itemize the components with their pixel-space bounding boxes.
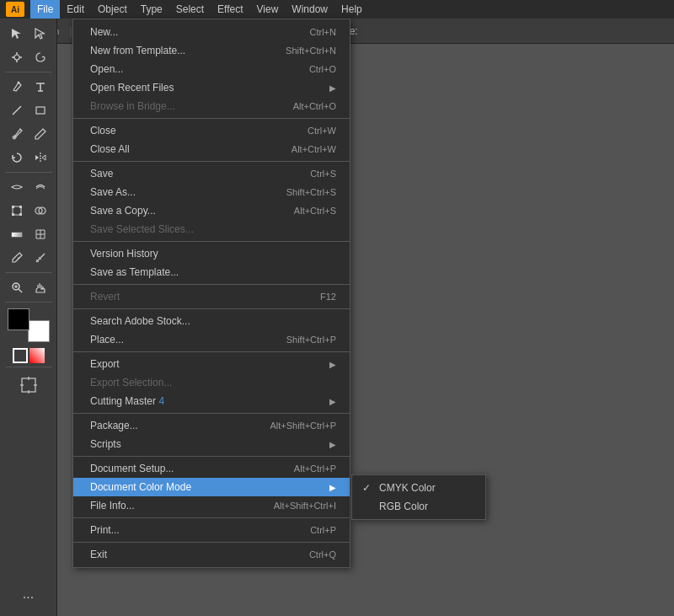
menu-item-save-slices: Save Selected Slices... [73,220,350,238]
menu-item-document-setup-label: Document Setup... [90,463,174,474]
menu-item-open[interactable]: Open... Ctrl+O [73,60,350,78]
menu-item-bridge: Browse in Bridge... Alt+Ctrl+O [73,97,350,115]
check-icon-rgb [362,501,374,512]
menu-item-revert-label: Revert [90,291,120,303]
menu-separator-2 [73,161,350,162]
menu-item-exit-label: Exit [90,549,107,560]
menu-item-file-info-label: File Info... [90,500,135,512]
menu-item-close-all[interactable]: Close All Alt+Ctrl+W [73,140,350,158]
menu-item-package[interactable]: Package... Alt+Shift+Ctrl+P [73,416,350,435]
submenu-item-rgb-label: RGB Color [379,501,428,512]
menu-item-save-slices-label: Save Selected Slices... [90,223,194,235]
menu-separator-4 [73,284,350,285]
check-icon-cmyk: ✓ [362,482,374,494]
menu-item-version-history[interactable]: Version History [73,244,350,263]
menu-item-cutting-master[interactable]: Cutting Master 4 ▶ [73,392,350,410]
menu-item-package-shortcut: Alt+Shift+Ctrl+P [270,420,336,431]
menu-item-cutting-master-label: Cutting Master 4 [90,395,164,407]
menu-item-export[interactable]: Export ▶ [73,355,350,373]
menu-item-new-label: New... [90,26,118,38]
menu-item-exit-shortcut: Ctrl+Q [309,549,336,560]
menu-separator-7 [73,413,350,414]
menu-item-version-history-label: Version History [90,248,158,260]
menu-separator-10 [73,542,350,543]
menu-item-new-template[interactable]: New from Template... Shift+Ctrl+N [73,41,350,60]
menu-item-exit[interactable]: Exit Ctrl+Q [73,545,350,564]
menu-separator-8 [73,456,350,457]
arrow-icon-scripts: ▶ [329,440,336,449]
arrow-icon-export: ▶ [329,360,336,369]
menu-item-adobe-stock[interactable]: Search Adobe Stock... [73,312,350,330]
menu-item-close-label: Close [90,125,116,137]
menu-separator-1 [73,118,350,119]
menu-item-new-template-label: New from Template... [90,45,185,56]
menu-item-new-shortcut: Ctrl+N [310,27,336,37]
menu-separator-6 [73,351,350,352]
menu-item-save-as-label: Save As... [90,186,136,198]
menu-item-save-copy-shortcut: Alt+Ctrl+S [294,206,336,216]
menu-item-file-info[interactable]: File Info... Alt+Shift+Ctrl+I [73,496,350,515]
menu-item-close-shortcut: Ctrl+W [308,126,336,136]
menu-item-place[interactable]: Place... Shift+Ctrl+P [73,330,350,349]
menu-item-print-label: Print... [90,524,120,536]
menu-item-open-shortcut: Ctrl+O [309,64,336,74]
menu-item-print[interactable]: Print... Ctrl+P [73,521,350,539]
arrow-icon-dcm: ▶ [329,483,336,492]
menu-item-revert: Revert F12 [73,287,350,306]
file-menu: New... Ctrl+N New from Template... Shift… [72,19,350,568]
menu-item-export-selection: Export Selection... [73,373,350,392]
submenu-item-rgb[interactable]: RGB Color [352,497,485,516]
menu-item-save-copy-label: Save a Copy... [90,205,156,217]
menu-item-save-shortcut: Ctrl+S [310,169,336,179]
menu-item-bridge-shortcut: Alt+Ctrl+O [293,101,336,111]
menu-item-dcm-label: Document Color Mode [90,481,191,493]
menu-item-save-template-label: Save as Template... [90,266,179,278]
menu-item-scripts-label: Scripts [90,438,121,450]
menu-item-close[interactable]: Close Ctrl+W [73,121,350,140]
dropdown-overlay: New... Ctrl+N New from Template... Shift… [0,0,674,616]
menu-item-export-label: Export [90,358,120,370]
menu-item-new-template-shortcut: Shift+Ctrl+N [286,46,336,56]
submenu-item-cmyk[interactable]: ✓ CMYK Color [352,479,485,497]
menu-item-close-all-label: Close All [90,143,130,155]
menu-item-place-label: Place... [90,334,124,345]
menu-item-save-template[interactable]: Save as Template... [73,263,350,281]
menu-item-document-setup[interactable]: Document Setup... Alt+Ctrl+P [73,459,350,478]
menu-item-package-label: Package... [90,420,138,431]
menu-item-open-recent-label: Open Recent Files [90,82,174,94]
menu-item-save-copy[interactable]: Save a Copy... Alt+Ctrl+S [73,201,350,220]
menu-item-save-as-shortcut: Shift+Ctrl+S [286,187,336,197]
arrow-icon-cutting: ▶ [329,397,336,406]
menu-item-place-shortcut: Shift+Ctrl+P [286,335,336,345]
menu-item-open-label: Open... [90,63,123,75]
menu-item-file-info-shortcut: Alt+Shift+Ctrl+I [274,501,336,511]
menu-item-document-setup-shortcut: Alt+Ctrl+P [294,463,336,474]
color-mode-submenu: ✓ CMYK Color RGB Color [351,474,486,520]
submenu-item-cmyk-label: CMYK Color [379,482,436,494]
menu-item-save[interactable]: Save Ctrl+S [73,164,350,183]
menu-item-scripts[interactable]: Scripts ▶ [73,435,350,453]
menu-item-save-as[interactable]: Save As... Shift+Ctrl+S [73,183,350,201]
menu-item-revert-shortcut: F12 [320,292,336,302]
menu-item-document-color-mode[interactable]: Document Color Mode ▶ ✓ CMYK Color RGB C… [73,478,350,496]
menu-item-adobe-stock-label: Search Adobe Stock... [90,315,190,327]
menu-item-close-all-shortcut: Alt+Ctrl+W [292,144,336,154]
menu-item-print-shortcut: Ctrl+P [310,525,336,535]
menu-item-export-selection-label: Export Selection... [90,377,172,388]
menu-item-save-label: Save [90,168,113,179]
menu-separator-5 [73,308,350,309]
menu-separator-3 [73,241,350,242]
menu-item-bridge-label: Browse in Bridge... [90,100,175,112]
menu-item-new[interactable]: New... Ctrl+N [73,23,350,41]
arrow-icon: ▶ [329,83,336,93]
menu-separator-9 [73,517,350,518]
menu-item-open-recent[interactable]: Open Recent Files ▶ [73,78,350,97]
